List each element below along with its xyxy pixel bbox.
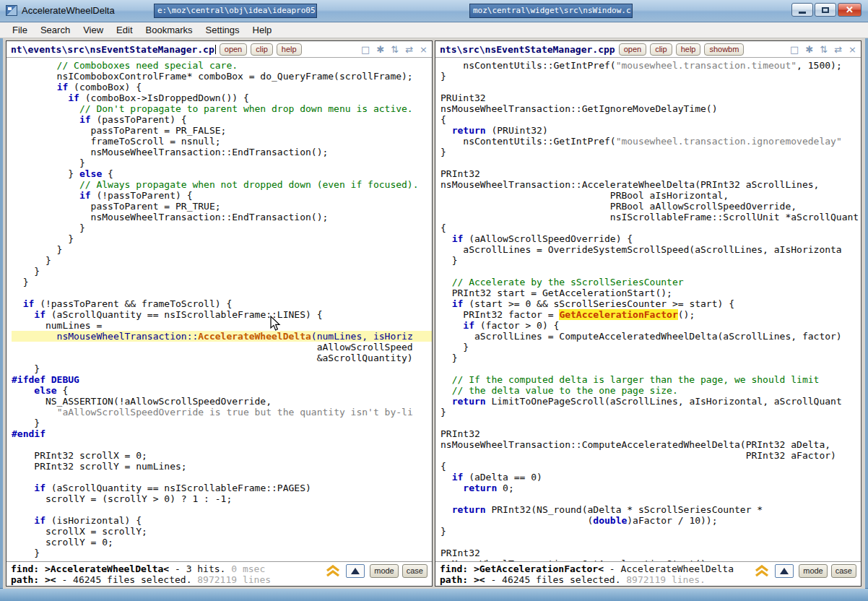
- scroll-top-button[interactable]: [775, 564, 794, 578]
- code-line[interactable]: #endif: [12, 428, 432, 439]
- menu-file[interactable]: File: [6, 23, 34, 37]
- code-line[interactable]: [440, 157, 861, 168]
- menu-edit[interactable]: Edit: [110, 23, 139, 37]
- code-line[interactable]: PRInt32: [440, 428, 861, 439]
- gear-icon[interactable]: ✱: [376, 44, 384, 55]
- code-line[interactable]: // If the computed delta is larger than …: [440, 374, 861, 385]
- case-button[interactable]: case: [831, 564, 856, 578]
- code-line[interactable]: if (!passToParent && frameToScroll) {: [12, 298, 432, 309]
- code-line[interactable]: return 0;: [440, 483, 861, 493]
- code-line[interactable]: [440, 266, 861, 277]
- code-line[interactable]: [440, 82, 861, 92]
- code-line[interactable]: // the delta value to the one page size.: [440, 385, 861, 396]
- code-line[interactable]: [12, 504, 432, 515]
- sort-icon[interactable]: ⇅: [820, 44, 828, 55]
- code-line[interactable]: nsIComboboxControlFrame* comboBox = do_Q…: [12, 71, 432, 82]
- code-line[interactable]: nsMouseWheelTransaction::EndTransaction(…: [12, 212, 432, 222]
- code-line[interactable]: numLines =: [12, 320, 432, 331]
- swap-icon[interactable]: ⇄: [834, 44, 842, 55]
- code-line[interactable]: PRInt32 scrollX = 0;: [12, 450, 432, 461]
- code-line[interactable]: [440, 493, 861, 504]
- code-line[interactable]: passToParent = PR_FALSE;: [12, 125, 432, 136]
- code-line[interactable]: }: [440, 255, 861, 266]
- code-line[interactable]: }: [440, 342, 861, 353]
- code-line[interactable]: return LimitToOnePageScroll(aScrollLines…: [440, 396, 861, 407]
- minimize-button[interactable]: [791, 3, 813, 17]
- code-line[interactable]: // Accelerate by the sScrollSeriesCounte…: [440, 277, 861, 287]
- code-area[interactable]: nsContentUtils::GetIntPref("mousewheel.t…: [435, 58, 861, 561]
- code-line[interactable]: if (aAllowScrollSpeedOverride) {: [440, 233, 861, 244]
- close-icon[interactable]: ×: [849, 44, 856, 55]
- code-line[interactable]: #ifdef DEBUG: [12, 374, 432, 385]
- code-line[interactable]: PRInt32 scrollY = numLines;: [12, 461, 432, 472]
- code-line[interactable]: NS_ASSERTION(!aAllowScrollSpeedOverride,: [12, 396, 432, 407]
- code-line[interactable]: {: [440, 222, 861, 233]
- code-line[interactable]: [440, 363, 861, 374]
- code-line[interactable]: nsMouseWheelTransaction::AccelerateWheel…: [12, 331, 432, 342]
- code-line[interactable]: PRBool aIsHorizontal,: [440, 190, 861, 201]
- background-window-titlebar[interactable]: moz\central\widget\src\nsWindow.c: [469, 4, 633, 18]
- code-line[interactable]: }: [12, 277, 432, 287]
- code-line[interactable]: if (isHorizontal) {: [12, 515, 432, 526]
- code-line[interactable]: if (!passToParent) {: [12, 190, 432, 201]
- code-line[interactable]: if (start >= 0 && sScrollSeriesCounter >…: [440, 298, 861, 309]
- swap-icon[interactable]: ⇄: [405, 44, 413, 55]
- code-line[interactable]: // Don't propagate to parent when drop d…: [12, 103, 432, 114]
- code-line[interactable]: [440, 537, 861, 548]
- clip-button[interactable]: clip: [650, 43, 672, 56]
- code-line[interactable]: scrollY = 0;: [12, 537, 432, 548]
- code-line[interactable]: if (passToParent) {: [12, 114, 432, 125]
- code-line[interactable]: }: [440, 71, 861, 82]
- code-line[interactable]: PRUint32: [440, 92, 861, 103]
- code-line[interactable]: aScrollLines = ComputeAcceleratedWheelDe…: [440, 331, 861, 342]
- code-line[interactable]: }: [12, 222, 432, 233]
- menu-help[interactable]: Help: [246, 23, 279, 37]
- code-line[interactable]: }: [440, 526, 861, 537]
- code-line[interactable]: PRInt32 aFactor): [440, 450, 861, 461]
- code-line[interactable]: [12, 287, 432, 298]
- code-line[interactable]: PRInt32 factor = GetAccelerationFactor()…: [440, 309, 861, 320]
- code-line[interactable]: PRInt32: [440, 168, 861, 179]
- code-line[interactable]: scrollX = scrollY;: [12, 526, 432, 537]
- code-line[interactable]: }: [12, 157, 432, 168]
- code-line[interactable]: }: [440, 407, 861, 418]
- menu-settings[interactable]: Settings: [199, 23, 246, 37]
- code-line[interactable]: }: [12, 363, 432, 374]
- code-line[interactable]: [440, 418, 861, 428]
- code-line[interactable]: if (comboBox) {: [12, 82, 432, 92]
- code-line[interactable]: PRInt32 start = GetAccelerationStart();: [440, 287, 861, 298]
- code-line[interactable]: }: [12, 548, 432, 558]
- open-button[interactable]: open: [220, 43, 247, 56]
- code-line[interactable]: PRInt32: [440, 548, 861, 558]
- code-line[interactable]: }: [12, 233, 432, 244]
- mode-button[interactable]: mode: [799, 564, 828, 578]
- code-line[interactable]: else {: [12, 385, 432, 396]
- code-line[interactable]: }: [440, 353, 861, 363]
- code-line[interactable]: // Always propagate when not dropped dow…: [12, 179, 432, 190]
- sort-icon[interactable]: ⇅: [391, 44, 399, 55]
- menu-search[interactable]: Search: [34, 23, 77, 37]
- maximize-button[interactable]: [815, 3, 836, 17]
- code-line[interactable]: PRBool aAllowScrollSpeedOverride,: [440, 201, 861, 212]
- code-line[interactable]: [12, 439, 432, 450]
- mode-button[interactable]: mode: [370, 564, 399, 578]
- help-button[interactable]: help: [277, 43, 302, 56]
- showbm-button[interactable]: showbm: [704, 43, 744, 56]
- code-area[interactable]: // Comboboxes need special care. nsIComb…: [6, 58, 432, 561]
- code-line[interactable]: // Comboboxes need special care.: [12, 60, 432, 71]
- open-button[interactable]: open: [619, 43, 646, 56]
- scroll-top-button[interactable]: [346, 564, 365, 578]
- close-icon[interactable]: ×: [420, 44, 428, 55]
- code-line[interactable]: if (aScrollQuantity == nsIScrollableFram…: [12, 483, 432, 493]
- double-chevron-up-icon[interactable]: [754, 565, 770, 577]
- menu-view[interactable]: View: [77, 23, 110, 37]
- code-line[interactable]: }: [440, 147, 861, 157]
- code-line[interactable]: nsMouseWheelTransaction::AccelerateWheel…: [440, 179, 861, 190]
- code-line[interactable]: } else {: [12, 168, 432, 179]
- code-line[interactable]: {: [440, 461, 861, 472]
- code-line[interactable]: "aAllowScrollSpeedOverride is true but t…: [12, 407, 432, 418]
- code-line[interactable]: aScrollLines = OverrideSystemScrollSpeed…: [440, 244, 861, 255]
- code-line[interactable]: [12, 472, 432, 483]
- background-window-titlebar[interactable]: e:\moz\central\obj\idea\ideapro05.htm: [154, 4, 317, 18]
- code-line[interactable]: nsContentUtils::GetIntPref("mousewheel.t…: [440, 136, 861, 147]
